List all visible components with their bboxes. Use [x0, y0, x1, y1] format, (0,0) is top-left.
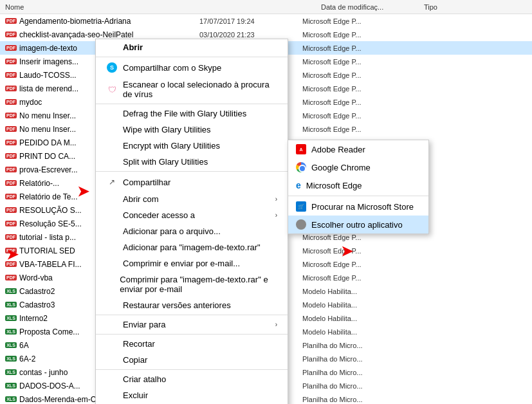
- menu-separator: [96, 171, 288, 172]
- pdf-file-icon: PDF: [5, 164, 17, 176]
- submenu-separator: [288, 196, 428, 196]
- file-type: Planilha do Micro...: [302, 396, 405, 403]
- file-type: Microsoft Edge P...: [302, 58, 405, 66]
- file-type: Planilha do Micro...: [302, 382, 405, 390]
- submenu-abrir-com[interactable]: AAdobe ReaderGoogle ChromeeMicrosoft Edg…: [288, 140, 429, 234]
- submenu-arrow-icon: ›: [275, 212, 277, 219]
- file-type: Microsoft Edge P...: [302, 274, 405, 282]
- xls-file-icon: XLS: [5, 380, 17, 392]
- menu-item[interactable]: Adicionar para o arquivo...: [96, 223, 288, 239]
- file-type: Microsoft Edge P...: [302, 71, 405, 79]
- menu-item[interactable]: Recortar: [96, 336, 288, 352]
- xls-file-icon: XLS: [5, 367, 17, 378]
- menu-item[interactable]: Split with Glary Utilities: [96, 154, 288, 170]
- submenu-arrow-icon: ›: [275, 321, 277, 328]
- menu-item[interactable]: Adicionar para "imagem-de-texto.rar": [96, 239, 288, 255]
- menu-item[interactable]: Abrir com›: [96, 191, 288, 207]
- menu-item-label: Compartilhar com o Skype: [123, 63, 221, 73]
- xls-file-icon: XLS: [5, 313, 17, 324]
- none-icon: [296, 219, 306, 230]
- file-type: Planilha do Micro...: [302, 342, 405, 349]
- menu-item-label: Adicionar para "imagem-de-texto.rar": [123, 243, 261, 252]
- menu-item[interactable]: SCompartilhar com o Skype: [96, 59, 288, 77]
- file-name: Agendamento-biometria-Adriana: [19, 17, 199, 26]
- submenu-item-label: Escolher outro aplicativo: [311, 220, 403, 230]
- menu-separator: [96, 334, 288, 335]
- file-type: Microsoft Edge P...: [302, 44, 405, 52]
- menu-item[interactable]: Enviar para›: [96, 317, 288, 333]
- xls-file-icon: XLS: [5, 286, 17, 297]
- pdf-file-icon: PDF: [5, 56, 17, 68]
- col-type-header[interactable]: Tipo: [424, 3, 527, 11]
- file-type: Microsoft Edge P...: [302, 98, 405, 106]
- menu-item-label: Excluir: [123, 390, 148, 400]
- menu-item-label: Abrir com: [123, 194, 159, 204]
- chrome-icon: [296, 162, 306, 172]
- col-name-header[interactable]: Nome: [5, 3, 198, 11]
- menu-item[interactable]: Criar atalho: [96, 371, 288, 387]
- xls-file-icon: XLS: [5, 340, 17, 351]
- menu-item[interactable]: Encrypt with Glary Utilities: [96, 138, 288, 154]
- file-name: checklist-avançada-seo-NeilPatel: [19, 30, 199, 39]
- menu-item-label: Escanear o local selecionado à procura d…: [123, 80, 277, 99]
- column-header: Nome Data de modificaç... Tipo: [0, 0, 532, 14]
- submenu-item[interactable]: AAdobe Reader: [288, 140, 428, 158]
- submenu-item[interactable]: eMicrosoft Edge: [288, 176, 428, 194]
- menu-item[interactable]: Defrag the File with Glary Utilities: [96, 106, 288, 122]
- pdf-file-icon: PDF: [5, 191, 17, 203]
- menu-item[interactable]: Comprimir e enviar por e-mail...: [96, 255, 288, 271]
- menu-item-label: Comprimir e enviar por e-mail...: [123, 259, 240, 268]
- file-type: Microsoft Edge P...: [302, 31, 405, 39]
- pdf-file-icon: PDF: [5, 42, 17, 54]
- skype-icon: S: [106, 62, 118, 73]
- xls-file-icon: XLS: [5, 353, 17, 365]
- menu-item-label: Adicionar para o arquivo...: [123, 226, 221, 236]
- file-row[interactable]: PDFAgendamento-biometria-Adriana17/07/20…: [0, 14, 532, 28]
- xls-file-icon: XLS: [5, 299, 17, 311]
- pdf-file-icon: PDF: [5, 178, 17, 189]
- pdf-file-icon: PDF: [5, 232, 17, 243]
- pdf-file-icon: PDF: [5, 137, 17, 149]
- menu-item[interactable]: Conceder acesso a›: [96, 207, 288, 223]
- context-menu[interactable]: AbrirSCompartilhar com o Skype🛡Escanear …: [95, 39, 288, 404]
- submenu-item[interactable]: 🛒Procurar na Microsoft Store: [288, 197, 428, 216]
- submenu-item-label: Google Chrome: [311, 163, 371, 172]
- menu-item[interactable]: Comprimir para "imagem-de-texto.rar" e e…: [96, 271, 288, 297]
- menu-item-label: Abrir: [123, 42, 143, 52]
- menu-item[interactable]: Copiar: [96, 352, 288, 368]
- menu-item-label: Restaurar versões anteriores: [123, 300, 231, 310]
- submenu-arrow-icon: ›: [275, 196, 277, 203]
- file-type: Modelo Habilita...: [302, 328, 405, 336]
- menu-item[interactable]: ↗Compartilhar: [96, 173, 288, 191]
- pdf-file-icon: PDF: [5, 259, 17, 270]
- submenu-item[interactable]: Escolher outro aplicativo: [288, 216, 428, 234]
- pdf-file-icon: PDF: [5, 272, 17, 284]
- menu-item[interactable]: Wipe with Glary Utilities: [96, 122, 288, 138]
- menu-item-label: Comprimir para "imagem-de-texto.rar" e e…: [120, 275, 277, 294]
- file-type: Modelo Habilita...: [302, 315, 405, 322]
- menu-item-label: Defrag the File with Glary Utilities: [123, 109, 246, 118]
- file-type: Microsoft Edge P...: [302, 261, 405, 268]
- pdf-file-icon: PDF: [5, 124, 17, 135]
- file-type: Microsoft Edge P...: [302, 112, 405, 120]
- submenu-item[interactable]: Google Chrome: [288, 158, 428, 176]
- menu-item[interactable]: Abrir: [96, 39, 288, 55]
- share-icon: ↗: [106, 176, 118, 188]
- menu-item[interactable]: Excluir: [96, 387, 288, 403]
- menu-item[interactable]: 🛡Escanear o local selecionado à procura …: [96, 77, 288, 102]
- pdf-file-icon: PDF: [5, 29, 17, 41]
- menu-item-label: Encrypt with Glary Utilities: [123, 141, 220, 151]
- file-type: Modelo Habilita...: [302, 288, 405, 295]
- col-date-header[interactable]: Data de modificaç...: [321, 3, 424, 11]
- file-type: Planilha do Micro...: [302, 369, 405, 376]
- file-type: Microsoft Edge P...: [302, 17, 405, 25]
- submenu-item-label: Procurar na Microsoft Store: [311, 202, 414, 212]
- menu-item-label: Compartilhar: [123, 178, 170, 187]
- pdf-file-icon: PDF: [5, 83, 17, 95]
- file-explorer: Nome Data de modificaç... Tipo PDFAgenda…: [0, 0, 532, 404]
- file-date: 03/10/2020 21:23: [199, 31, 302, 39]
- xls-file-icon: XLS: [5, 326, 17, 338]
- pdf-file-icon: PDF: [5, 218, 17, 230]
- menu-item-label: Criar atalho: [123, 374, 166, 384]
- menu-item[interactable]: Restaurar versões anteriores: [96, 297, 288, 313]
